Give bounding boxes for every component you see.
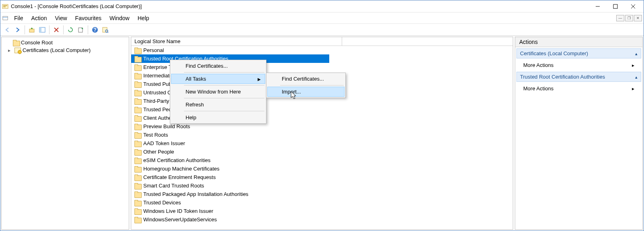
tree-pane[interactable]: Console Root ▸ Certificates (Local Compu…: [1, 37, 129, 230]
folder-icon: [134, 124, 141, 129]
list-item-label: Personal: [143, 47, 164, 53]
svg-rect-1: [3, 5, 7, 6]
ctx-sub-find-certificates[interactable]: Find Certificates...: [267, 74, 345, 84]
list-item[interactable]: Certificate Enrolment Requests: [131, 173, 513, 181]
maximize-button[interactable]: [607, 0, 624, 12]
folder-icon: [134, 191, 141, 197]
mdi-restore-button[interactable]: ❐: [625, 15, 633, 21]
menu-favourites[interactable]: Favourites: [71, 12, 105, 23]
ctx-separator: [280, 85, 344, 85]
list-item[interactable]: Windows Live ID Token Issuer: [131, 207, 513, 215]
menu-window[interactable]: Window: [105, 12, 134, 23]
folder-icon: [134, 107, 141, 112]
app-icon: [2, 3, 8, 10]
svg-rect-4: [613, 4, 617, 8]
find-certificates-button[interactable]: [101, 25, 110, 35]
folder-icon: [134, 217, 141, 223]
delete-button[interactable]: [52, 25, 61, 35]
actions-group-label: Trusted Root Certification Authorities: [520, 74, 605, 80]
close-button[interactable]: [624, 0, 642, 12]
column-header[interactable]: Logical Store Name: [131, 37, 513, 46]
actions-more-2[interactable]: More Actions: [515, 83, 642, 94]
menu-action[interactable]: Action: [27, 12, 51, 23]
list-item-label: Trusted Devices: [143, 200, 181, 206]
folder-icon: [134, 81, 141, 87]
tree-root-label: Console Root: [21, 40, 53, 46]
folder-icon: [134, 98, 141, 104]
window-title: Console1 - [Console Root\Certificates (L…: [11, 3, 589, 9]
list-item[interactable]: Trusted Devices: [131, 198, 513, 207]
list-item[interactable]: Other People: [131, 148, 513, 156]
list-item[interactable]: eSIM Certification Authorities: [131, 156, 513, 164]
list-item-label: WindowsServerUpdateServices: [143, 216, 217, 223]
list-item[interactable]: Trusted Packaged App Installation Author…: [131, 190, 513, 198]
list-item-label: Preview Build Roots: [143, 123, 190, 129]
list-item[interactable]: Personal: [131, 46, 513, 54]
svg-text:?: ?: [93, 27, 97, 33]
collapse-up-icon: [632, 74, 638, 80]
show-hide-tree-button[interactable]: [37, 25, 47, 35]
svg-rect-7: [3, 16, 8, 20]
ctx-sub-import[interactable]: Import...: [267, 87, 345, 97]
ctx-refresh[interactable]: Refresh: [171, 100, 265, 110]
mdi-system-icon[interactable]: [1, 12, 9, 23]
certificates-icon: [14, 48, 21, 53]
minimize-button[interactable]: [589, 0, 607, 12]
export-list-button[interactable]: [76, 25, 86, 35]
list-item[interactable]: Smart Card Trusted Roots: [131, 181, 513, 190]
folder-icon: [134, 183, 141, 189]
folder-icon: [134, 65, 141, 70]
ctx-separator: [184, 72, 264, 73]
ctx-new-window[interactable]: New Window from Here: [171, 87, 265, 97]
menu-file[interactable]: File: [10, 12, 27, 23]
folder-icon: [134, 166, 141, 172]
column-header-label: Logical Store Name: [134, 38, 180, 44]
actions-title: Actions: [515, 37, 642, 47]
forward-button[interactable]: [13, 25, 23, 35]
actions-more-1[interactable]: More Actions: [515, 60, 642, 71]
folder-icon: [134, 132, 141, 138]
list-item[interactable]: Homegroup Machine Certificates: [131, 164, 513, 173]
list-item-label: Windows Live ID Token Issuer: [143, 208, 213, 214]
list-item-label: AAD Token Issuer: [143, 140, 185, 146]
back-button[interactable]: [2, 25, 12, 35]
menu-bar: File Action View Favourites Window Help …: [0, 12, 644, 24]
tree-child[interactable]: ▸ Certificates (Local Computer): [2, 46, 128, 54]
folder-icon: [134, 208, 141, 214]
context-submenu: Find Certificates... Import...: [266, 73, 346, 98]
svg-rect-2: [3, 6, 6, 7]
actions-pane: Actions Certificates (Local Computer) Mo…: [515, 37, 643, 230]
tree-child-label: Certificates (Local Computer): [23, 47, 91, 53]
menu-view[interactable]: View: [51, 12, 71, 23]
ctx-separator: [184, 111, 264, 111]
toolbar-separator: [63, 25, 64, 34]
list-item[interactable]: Test Roots: [131, 131, 513, 139]
ctx-help[interactable]: Help: [171, 112, 265, 123]
mdi-minimize-button[interactable]: —: [616, 15, 624, 21]
actions-item-label: More Actions: [523, 62, 553, 68]
folder-icon: [134, 141, 141, 146]
folder-icon: [134, 48, 141, 53]
folder-icon: [134, 149, 141, 155]
toolbar-separator: [88, 25, 88, 34]
ctx-all-tasks[interactable]: All Tasks▶: [171, 74, 265, 84]
help-button[interactable]: ?: [90, 25, 100, 35]
folder-icon: [13, 40, 19, 46]
body-panes: Console Root ▸ Certificates (Local Compu…: [0, 36, 644, 231]
chevron-right-icon: [632, 62, 634, 68]
ctx-separator: [184, 98, 264, 98]
up-button[interactable]: [27, 25, 37, 35]
menu-help[interactable]: Help: [134, 12, 153, 23]
list-item[interactable]: WindowsServerUpdateServices: [131, 215, 513, 224]
ctx-find-certificates[interactable]: Find Certificates...: [171, 61, 265, 71]
actions-group-trusted-root[interactable]: Trusted Root Certification Authorities: [516, 72, 641, 82]
list-item[interactable]: AAD Token Issuer: [131, 139, 513, 148]
mdi-close-button[interactable]: ✕: [634, 15, 642, 21]
tree-root[interactable]: Console Root: [2, 39, 128, 46]
refresh-button[interactable]: [66, 25, 75, 35]
actions-group-certificates[interactable]: Certificates (Local Computer): [516, 48, 641, 58]
expand-icon[interactable]: ▸: [6, 48, 13, 53]
title-bar: Console1 - [Console Root\Certificates (L…: [0, 0, 644, 12]
collapse-up-icon: [632, 50, 638, 56]
list-item-label: Other People: [143, 149, 174, 155]
